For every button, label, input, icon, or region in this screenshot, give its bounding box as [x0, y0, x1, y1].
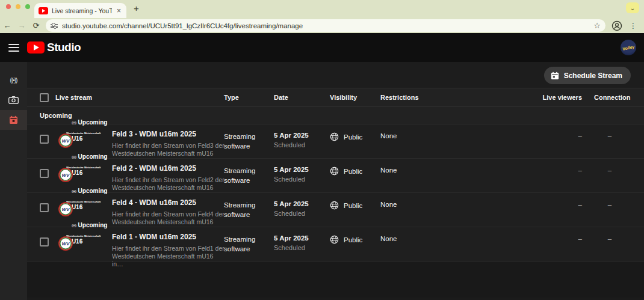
globe-icon [330, 235, 339, 244]
stream-rows: Westdeutsche Meisterschaft mU16 WV ((•))… [27, 124, 644, 262]
schedule-stream-label: Schedule Stream [564, 72, 622, 80]
stream-visibility[interactable]: Public [330, 201, 378, 210]
maximize-window-button[interactable] [25, 4, 30, 9]
visibility-label: Public [344, 202, 362, 209]
browser-tabstrip: Live streaming - YouTube Stu × + ⌄ [0, 0, 644, 18]
schedule-stream-button[interactable]: Schedule Stream [544, 67, 631, 84]
stream-restrictions: None [380, 132, 435, 139]
tab-title: Live streaming - YouTube Stu [52, 7, 112, 14]
globe-icon [330, 201, 339, 210]
col-date: Date [274, 94, 329, 101]
stream-live-viewers: – [539, 201, 582, 208]
broadcast-icon: ((•)) [10, 77, 17, 84]
stream-connection: – [594, 167, 625, 174]
stream-live-viewers: – [539, 132, 582, 139]
reload-icon[interactable]: ⟳ [29, 21, 43, 30]
brand-name: Studio [47, 41, 81, 54]
browser-menu-icon[interactable]: ⋮ [630, 22, 637, 30]
stream-restrictions: None [380, 235, 435, 242]
stream-date: 5 Apr 2025 [274, 200, 329, 207]
stream-date-status: Scheduled [274, 210, 329, 217]
stream-date-status: Scheduled [274, 141, 329, 148]
avatar-label: Volley [622, 44, 634, 51]
forward-icon[interactable]: → [14, 21, 29, 30]
stream-live-viewers: – [539, 167, 582, 174]
manage-toolbar: Schedule Stream [27, 62, 644, 88]
col-restrictions: Restrictions [380, 94, 435, 101]
stream-connection: – [594, 235, 625, 242]
row-checkbox[interactable] [40, 135, 49, 144]
stream-date-status: Scheduled [274, 176, 329, 183]
col-connection: Connection [594, 94, 625, 101]
stream-visibility[interactable]: Public [330, 235, 378, 244]
col-live-stream: Live stream [55, 94, 92, 101]
bookmark-star-icon[interactable]: ☆ [593, 21, 601, 30]
stream-restrictions: None [380, 201, 435, 208]
sidebar-item-stream[interactable]: ((•)) [0, 70, 27, 90]
globe-icon [330, 132, 339, 141]
stream-connection: – [594, 132, 625, 139]
new-tab-button[interactable]: + [134, 3, 139, 13]
minimize-window-button[interactable] [16, 4, 20, 9]
stream-visibility[interactable]: Public [330, 132, 378, 141]
section-label: Upcoming [40, 112, 72, 119]
stream-restrictions: None [380, 167, 435, 174]
upcoming-section: Upcoming [27, 107, 644, 124]
address-bar[interactable]: studio.youtube.com/channel/UCUr5tt91_lgC… [46, 19, 605, 32]
window-controls[interactable] [6, 4, 30, 9]
stream-live-viewers: – [539, 235, 582, 242]
sidebar-item-manage[interactable] [0, 110, 27, 130]
stream-row[interactable]: Westdeutsche Meisterschaft mU16 WV ((•))… [27, 124, 644, 159]
site-settings-icon[interactable] [51, 23, 58, 29]
row-checkbox[interactable] [40, 203, 49, 212]
hamburger-menu-icon[interactable] [8, 44, 19, 52]
schedule-calendar-icon [551, 72, 559, 80]
globe-icon [330, 167, 339, 176]
stream-title[interactable]: Feld 3 - WDM u16m 2025 [112, 130, 226, 138]
col-live-viewers: Live viewers [539, 94, 582, 101]
row-checkbox[interactable] [40, 169, 49, 178]
visibility-label: Public [344, 168, 362, 175]
browser-toolbar: ← → ⟳ studio.youtube.com/channel/UCUr5tt… [0, 18, 644, 33]
calendar-icon [9, 115, 18, 124]
stream-type: Streaming software [224, 200, 273, 219]
stream-title[interactable]: Feld 4 - WDM u16m 2025 [112, 198, 226, 207]
visibility-label: Public [344, 133, 362, 141]
stream-title[interactable]: Feld 1 - WDM u16m 2025 [112, 233, 226, 241]
sidebar-item-webcam[interactable] [0, 90, 27, 110]
browser-profile-icon[interactable] [611, 20, 622, 31]
col-visibility: Visibility [330, 94, 378, 101]
tab-close-icon[interactable]: × [116, 7, 122, 15]
stream-date: 5 Apr 2025 [274, 166, 329, 173]
select-all-checkbox[interactable] [40, 93, 49, 102]
row-checkbox[interactable] [40, 237, 49, 246]
browser-tab[interactable]: Live streaming - YouTube Stu × [34, 3, 126, 18]
stream-description: Hier findet ihr den Stream von Feld1 der… [112, 245, 226, 268]
stream-type: Streaming software [224, 234, 273, 254]
stream-visibility[interactable]: Public [330, 167, 378, 176]
youtube-favicon-icon [39, 7, 48, 14]
livestream-manage-panel: Schedule Stream Live stream Type Date Vi… [27, 62, 644, 300]
stream-type: Streaming software [224, 132, 273, 151]
camera-icon [8, 96, 19, 104]
stream-title[interactable]: Feld 2 - WDM u16m 2025 [112, 164, 226, 173]
channel-avatar[interactable]: Volley [621, 40, 636, 55]
back-icon[interactable]: ← [0, 21, 14, 30]
close-window-button[interactable] [6, 4, 11, 9]
stream-row[interactable]: Westdeutsche Meisterschaft mU16 WV ((•))… [27, 227, 644, 262]
youtube-play-icon [27, 41, 45, 54]
studio-header: Studio Volley [0, 33, 644, 62]
tab-search-chevron-button[interactable]: ⌄ [626, 2, 639, 13]
table-header: Live stream Type Date Visibility Restric… [27, 88, 644, 107]
studio-logo[interactable]: Studio [27, 41, 81, 54]
stream-row[interactable]: Westdeutsche Meisterschaft mU16 WV ((•))… [27, 193, 644, 227]
url-text[interactable]: studio.youtube.com/channel/UCUr5tt91_lgC… [62, 22, 589, 29]
stream-date-status: Scheduled [274, 244, 329, 251]
stream-date: 5 Apr 2025 [274, 132, 329, 139]
stream-row[interactable]: Westdeutsche Meisterschaft mU16 WV ((•))… [27, 159, 644, 193]
stream-type: Streaming software [224, 166, 273, 185]
visibility-label: Public [344, 236, 362, 243]
studio-sidebar: ((•)) [0, 62, 27, 300]
stream-date: 5 Apr 2025 [274, 234, 329, 242]
stream-connection: – [594, 201, 625, 208]
